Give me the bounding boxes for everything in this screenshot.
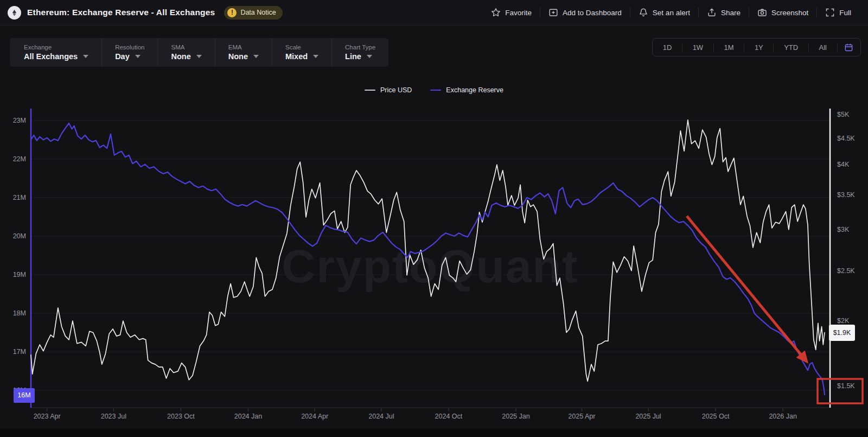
left-axis-tick: 21M	[0, 193, 26, 202]
x-axis-tick: 2025 Jul	[624, 413, 673, 420]
left-axis-tick: 22M	[0, 154, 26, 164]
cryptoquant-app: Ethereum: Exchange Reserve - All Exchang…	[0, 0, 868, 437]
left-axis-tick: 18M	[0, 308, 26, 318]
series-line-exchange-reserve	[31, 123, 825, 395]
right-axis-tick: $5K	[837, 110, 866, 119]
annotation-arrow	[687, 216, 807, 362]
bottom-bar	[0, 429, 868, 437]
right-axis-tick: $1.5K	[837, 381, 866, 391]
chart-plot-area[interactable]	[0, 0, 868, 437]
reserve-last-value-badge: 16M	[14, 388, 35, 403]
x-axis-tick: 2024 Jul	[357, 413, 406, 420]
x-axis-tick: 2026 Jan	[758, 413, 807, 420]
right-axis-tick: $2.5K	[837, 266, 866, 276]
right-axis-tick: $3K	[837, 225, 866, 235]
left-axis-tick: 17M	[0, 347, 26, 357]
x-axis-tick: 2025 Apr	[557, 413, 606, 420]
price-last-value-badge: $1.9K	[829, 325, 855, 341]
left-axis-tick: 20M	[0, 231, 26, 241]
x-axis-tick: 2025 Oct	[691, 413, 740, 420]
x-axis-tick: 2023 Jul	[89, 413, 138, 420]
right-axis-tick: $3.5K	[837, 190, 866, 200]
x-axis-tick: 2025 Jan	[492, 413, 540, 420]
right-axis-tick: $4K	[837, 160, 866, 169]
x-axis-tick: 2023 Apr	[23, 413, 72, 420]
x-axis-tick: 2024 Oct	[424, 413, 473, 420]
right-axis-tick: $4.5K	[837, 134, 866, 143]
left-axis-tick: 19M	[0, 270, 26, 280]
x-axis-tick: 2024 Apr	[290, 413, 339, 420]
x-axis-tick: 2023 Oct	[156, 413, 205, 420]
left-axis-tick: 23M	[0, 116, 26, 125]
x-axis-tick: 2024 Jan	[224, 413, 272, 420]
